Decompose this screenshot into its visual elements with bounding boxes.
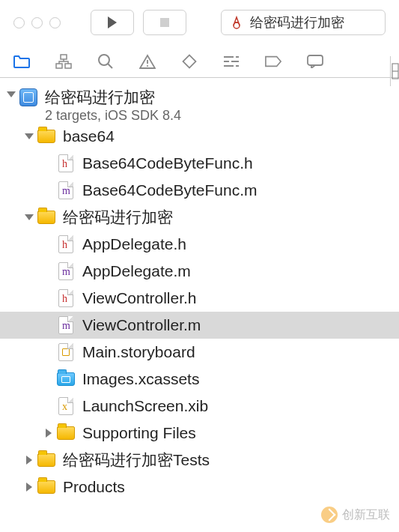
- report-navigator-tab[interactable]: [307, 53, 323, 70]
- tree-group-tests[interactable]: 给密码进行加密Tests: [0, 447, 399, 474]
- stop-icon: [160, 18, 169, 27]
- tree-project-root[interactable]: 给密码进行加密 2 targets, iOS SDK 8.4: [0, 84, 399, 123]
- svg-rect-2: [61, 55, 67, 59]
- file-label: ViewController.m: [82, 316, 201, 334]
- tree-file[interactable]: x LaunchScreen.xib: [0, 393, 399, 420]
- issue-navigator-tab[interactable]: [139, 53, 156, 70]
- watermark-text: 创新互联: [342, 507, 390, 523]
- breakpoint-icon: [265, 55, 281, 67]
- app-icon: [229, 15, 244, 30]
- breakpoint-navigator-tab[interactable]: [265, 53, 281, 70]
- tree-file[interactable]: Images.xcassets: [0, 366, 399, 393]
- folder-icon: [13, 55, 30, 68]
- watermark-icon: [321, 507, 338, 523]
- debug-navigator-tab[interactable]: [223, 53, 240, 70]
- disclosure-triangle[interactable]: [24, 214, 34, 220]
- tree-file[interactable]: h AppDelegate.h: [0, 231, 399, 258]
- disclosure-triangle[interactable]: [43, 429, 54, 438]
- speech-icon: [307, 55, 323, 68]
- test-navigator-tab[interactable]: [181, 53, 198, 70]
- group-label: base64: [63, 127, 115, 145]
- group-label: Products: [63, 478, 125, 496]
- file-label: Main.storyboard: [82, 343, 195, 361]
- close-window-button[interactable]: [13, 17, 25, 28]
- scheme-selector[interactable]: 给密码进行加密: [221, 10, 386, 35]
- storyboard-file-icon: [57, 343, 75, 361]
- toolbar-run-controls: [91, 10, 186, 35]
- folder-icon: [37, 451, 55, 469]
- tree-group-supporting[interactable]: Supporting Files: [0, 420, 399, 447]
- svg-line-6: [108, 64, 112, 68]
- hierarchy-icon: [55, 54, 72, 69]
- file-label: Base64CodeByteFunc.h: [82, 154, 253, 172]
- disclosure-triangle[interactable]: [24, 133, 34, 139]
- search-icon: [97, 53, 114, 70]
- tree-file[interactable]: Main.storyboard: [0, 339, 399, 366]
- editor-split-indicator: [390, 56, 399, 86]
- tree-file[interactable]: h ViewController.h: [0, 285, 399, 312]
- group-label: 给密码进行加密Tests: [63, 450, 210, 471]
- group-label: Supporting Files: [82, 424, 196, 442]
- svg-rect-4: [65, 64, 71, 68]
- find-navigator-tab[interactable]: [97, 53, 114, 70]
- navigator-tab-bar: [0, 45, 399, 78]
- tree-group-main[interactable]: 给密码进行加密: [0, 204, 399, 231]
- group-label: 给密码进行加密: [63, 207, 173, 228]
- tree-group-base64[interactable]: base64: [0, 123, 399, 150]
- svg-rect-9: [183, 55, 196, 67]
- header-file-icon: h: [57, 289, 75, 307]
- impl-file-icon: m: [57, 262, 75, 280]
- header-file-icon: h: [57, 154, 75, 172]
- diamond-icon: [181, 53, 198, 70]
- file-label: LaunchScreen.xib: [82, 397, 208, 415]
- folder-icon: [37, 127, 55, 145]
- project-navigator-tree: 给密码进行加密 2 targets, iOS SDK 8.4 base64 h …: [0, 78, 399, 507]
- file-label: AppDelegate.m: [82, 262, 191, 280]
- watermark: 创新互联: [321, 507, 390, 523]
- symbol-navigator-tab[interactable]: [55, 53, 72, 70]
- header-file-icon: h: [57, 235, 75, 253]
- minimize-window-button[interactable]: [31, 17, 43, 28]
- window-controls: [13, 17, 61, 28]
- run-button[interactable]: [91, 10, 134, 35]
- tree-group-products[interactable]: Products: [0, 474, 399, 501]
- file-label: ViewController.h: [82, 289, 197, 307]
- folder-icon: [37, 208, 55, 226]
- warning-icon: [139, 54, 156, 69]
- svg-rect-16: [308, 55, 323, 65]
- svg-point-5: [99, 55, 109, 65]
- project-icon: [19, 88, 37, 106]
- zoom-window-button[interactable]: [49, 17, 61, 28]
- project-name: 给密码进行加密: [45, 87, 181, 108]
- svg-point-8: [147, 65, 148, 67]
- folder-icon: [37, 478, 55, 496]
- tree-file[interactable]: h Base64CodeByteFunc.h: [0, 150, 399, 177]
- file-label: AppDelegate.h: [82, 235, 186, 253]
- file-label: Base64CodeByteFunc.m: [82, 181, 257, 199]
- disclosure-triangle[interactable]: [6, 91, 16, 97]
- project-navigator-tab[interactable]: [13, 53, 30, 70]
- window-toolbar: 给密码进行加密: [0, 0, 399, 45]
- tree-file[interactable]: m Base64CodeByteFunc.m: [0, 177, 399, 204]
- stop-button[interactable]: [143, 10, 186, 35]
- tree-file-selected[interactable]: m ViewController.m: [0, 312, 399, 339]
- file-label: Images.xcassets: [82, 370, 199, 388]
- svg-rect-3: [56, 64, 62, 68]
- disclosure-triangle[interactable]: [24, 456, 34, 465]
- tree-file[interactable]: m AppDelegate.m: [0, 258, 399, 285]
- assets-folder-icon: [57, 370, 75, 388]
- impl-file-icon: m: [57, 316, 75, 334]
- project-subtitle: 2 targets, iOS SDK 8.4: [45, 108, 181, 124]
- folder-icon: [57, 424, 75, 442]
- play-icon: [108, 16, 117, 28]
- gauge-icon: [223, 55, 240, 68]
- impl-file-icon: m: [57, 181, 75, 199]
- xib-file-icon: x: [57, 397, 75, 415]
- disclosure-triangle[interactable]: [24, 483, 34, 492]
- scheme-label: 给密码进行加密: [250, 13, 344, 31]
